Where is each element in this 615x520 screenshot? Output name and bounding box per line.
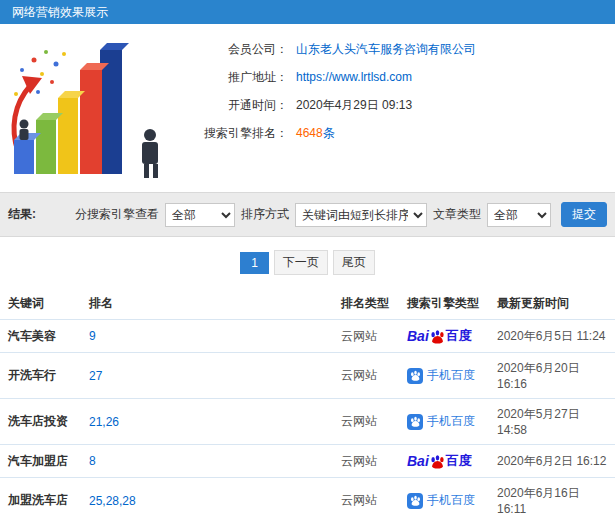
- engine-cell: 手机百度: [403, 399, 493, 445]
- baidu-paw-icon: [430, 329, 445, 344]
- mobile-baidu-paw-icon: [407, 493, 423, 509]
- col-header-rank: 排名: [85, 288, 337, 320]
- col-header-engine-type: 搜索引擎类型: [403, 288, 493, 320]
- next-page-button[interactable]: 下一页: [274, 250, 328, 275]
- baidu-logo-suffix: 百度: [446, 327, 472, 345]
- table-header: 关键词 排名 排名类型 搜索引擎类型 最新更新时间: [0, 288, 615, 320]
- member-info: 会员公司： 山东老人头汽车服务咨询有限公司 推广地址： https://www.…: [176, 40, 476, 182]
- last-page-button[interactable]: 尾页: [333, 250, 375, 275]
- table-body: 汽车美容9云网站Bai百度2020年6月5日 11:24开洗车行27云网站手机百…: [0, 320, 615, 520]
- open-time-row: 开通时间： 2020年4月29日 09:13: [176, 96, 476, 114]
- mobile-baidu-paw-icon: [407, 368, 423, 384]
- mobile-baidu-label: 手机百度: [427, 492, 475, 509]
- table-row: 汽车加盟店8云网站Bai百度2020年6月2日 16:12: [0, 445, 615, 478]
- rank-cell[interactable]: 25,28,28: [85, 478, 337, 520]
- engine-cell: Bai百度: [403, 320, 493, 353]
- mobile-baidu-logo: 手机百度: [407, 492, 475, 509]
- article-type-label: 文章类型: [433, 206, 481, 223]
- pagination: 1 下一页 尾页: [0, 237, 615, 288]
- table-header-row: 关键词 排名 排名类型 搜索引擎类型 最新更新时间: [0, 288, 615, 320]
- rank-type-cell: 云网站: [337, 478, 403, 520]
- open-time-value: 2020年4月29日 09:13: [296, 97, 412, 114]
- rank-cell[interactable]: 21,26: [85, 399, 337, 445]
- engine-cell: 手机百度: [403, 353, 493, 399]
- promotion-url-link[interactable]: https://www.lrtlsd.com: [296, 70, 412, 84]
- mobile-baidu-logo: 手机百度: [407, 367, 475, 384]
- company-row: 会员公司： 山东老人头汽车服务咨询有限公司: [176, 40, 476, 58]
- baidu-logo-text: Bai: [407, 453, 429, 469]
- engine-rank-value: 4648条: [296, 125, 335, 142]
- filter-controls: 分搜索引擎查看 全部 排序方式 关键词由短到长排序 文章类型 全部 提交: [75, 202, 607, 227]
- growth-chart-image: [4, 32, 176, 182]
- baidu-paw-icon: [430, 454, 445, 469]
- rank-count: 4648: [296, 126, 323, 140]
- rank-type-cell: 云网站: [337, 399, 403, 445]
- rank-type-cell: 云网站: [337, 353, 403, 399]
- results-table: 关键词 排名 排名类型 搜索引擎类型 最新更新时间 汽车美容9云网站Bai百度2…: [0, 288, 615, 520]
- url-label: 推广地址：: [176, 69, 288, 86]
- titlebar: 网络营销效果展示: [0, 0, 615, 24]
- baidu-logo: Bai百度: [407, 452, 472, 470]
- engine-filter-label: 分搜索引擎查看: [75, 206, 159, 223]
- rank-cell[interactable]: 8: [85, 445, 337, 478]
- engine-cell: Bai百度: [403, 445, 493, 478]
- submit-button[interactable]: 提交: [561, 202, 607, 227]
- updated-cell: 2020年6月20日 16:16: [493, 353, 615, 399]
- page: 网络营销效果展示: [0, 0, 615, 520]
- sort-select[interactable]: 关键词由短到长排序: [295, 203, 427, 227]
- rank-cell[interactable]: 9: [85, 320, 337, 353]
- col-header-rank-type: 排名类型: [337, 288, 403, 320]
- updated-cell: 2020年6月5日 11:24: [493, 320, 615, 353]
- updated-cell: 2020年5月27日 14:58: [493, 399, 615, 445]
- company-label: 会员公司：: [176, 41, 288, 58]
- bar-chart-illustration: [4, 32, 176, 182]
- table-row: 加盟洗车店25,28,28云网站手机百度2020年6月16日 16:11: [0, 478, 615, 520]
- info-section: 会员公司： 山东老人头汽车服务咨询有限公司 推广地址： https://www.…: [0, 24, 615, 192]
- col-header-keyword: 关键词: [0, 288, 85, 320]
- open-time-label: 开通时间：: [176, 97, 288, 114]
- engine-select[interactable]: 全部: [165, 203, 235, 227]
- keyword-cell: 汽车加盟店: [0, 445, 85, 478]
- page-number-current[interactable]: 1: [240, 252, 269, 274]
- updated-cell: 2020年6月16日 16:11: [493, 478, 615, 520]
- table-row: 汽车美容9云网站Bai百度2020年6月5日 11:24: [0, 320, 615, 353]
- updated-cell: 2020年6月2日 16:12: [493, 445, 615, 478]
- table-row: 洗车店投资21,26云网站手机百度2020年5月27日 14:58: [0, 399, 615, 445]
- rank-cell[interactable]: 27: [85, 353, 337, 399]
- keyword-cell: 汽车美容: [0, 320, 85, 353]
- baidu-logo: Bai百度: [407, 327, 472, 345]
- mobile-baidu-label: 手机百度: [427, 413, 475, 430]
- rank-unit: 条: [323, 126, 335, 140]
- table-row: 开洗车行27云网站手机百度2020年6月20日 16:16: [0, 353, 615, 399]
- engine-rank-row: 搜索引擎排名： 4648条: [176, 124, 476, 142]
- url-row: 推广地址： https://www.lrtlsd.com: [176, 68, 476, 86]
- keyword-cell: 加盟洗车店: [0, 478, 85, 520]
- article-type-select[interactable]: 全部: [487, 203, 551, 227]
- keyword-cell: 洗车店投资: [0, 399, 85, 445]
- col-header-updated: 最新更新时间: [493, 288, 615, 320]
- engine-rank-label: 搜索引擎排名：: [176, 125, 288, 142]
- baidu-logo-text: Bai: [407, 328, 429, 344]
- mobile-baidu-paw-icon: [407, 414, 423, 430]
- sort-label: 排序方式: [241, 206, 289, 223]
- rank-type-cell: 云网站: [337, 320, 403, 353]
- mobile-baidu-logo: 手机百度: [407, 413, 475, 430]
- mobile-baidu-label: 手机百度: [427, 367, 475, 384]
- rank-type-cell: 云网站: [337, 445, 403, 478]
- engine-cell: 手机百度: [403, 478, 493, 520]
- baidu-logo-suffix: 百度: [446, 452, 472, 470]
- keyword-cell: 开洗车行: [0, 353, 85, 399]
- page-title: 网络营销效果展示: [12, 5, 108, 19]
- filter-bar: 结果: 分搜索引擎查看 全部 排序方式 关键词由短到长排序 文章类型 全部 提交: [0, 192, 615, 237]
- result-label: 结果:: [8, 206, 36, 223]
- company-link[interactable]: 山东老人头汽车服务咨询有限公司: [296, 41, 476, 58]
